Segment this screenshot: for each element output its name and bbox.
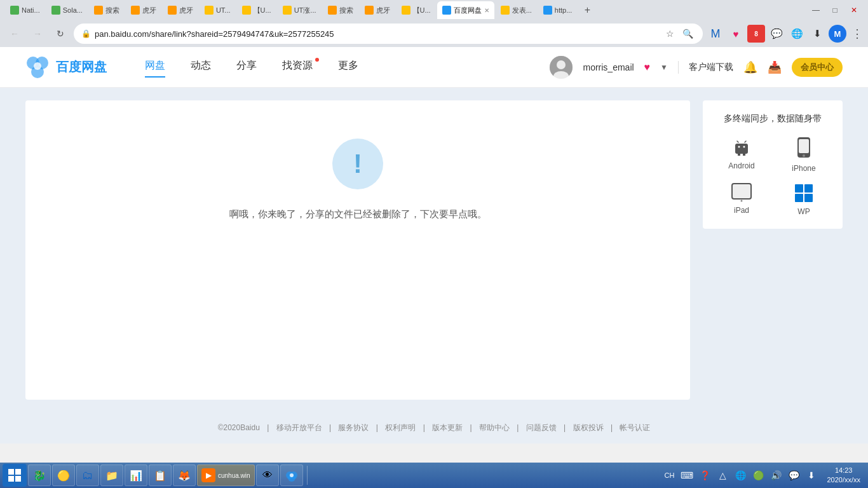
nav-dot	[315, 58, 319, 62]
tab-8[interactable]: UT涨...	[278, 1, 322, 19]
tab-14[interactable]: http...	[538, 1, 578, 19]
taskbar-app8[interactable]: ▶ cunhua.win	[197, 464, 255, 486]
tab-7[interactable]: 【U...	[237, 1, 276, 19]
windows-icon	[8, 468, 22, 482]
tab-7-label: 【U...	[254, 6, 271, 15]
star-icon[interactable]: ☆	[662, 26, 677, 41]
taskbar-app9[interactable]: 👁	[256, 464, 279, 486]
lock-icon: 🔒	[81, 29, 91, 38]
tab-6[interactable]: UT...	[200, 1, 236, 19]
taskbar-app3[interactable]: 🗂	[76, 464, 99, 486]
taskbar-app5[interactable]: 📊	[125, 464, 147, 486]
ipad-icon	[730, 183, 753, 202]
nav-item-gengduo[interactable]: 更多	[338, 59, 358, 75]
ext-icon-4[interactable]: 💬	[768, 25, 785, 43]
tray-volume[interactable]: 🔊	[768, 464, 783, 487]
footer-copyright-report[interactable]: 版权投诉	[573, 423, 604, 432]
footer-feedback[interactable]: 问题反馈	[526, 423, 557, 432]
tray-download[interactable]: ⬇	[804, 464, 819, 487]
user-avatar	[550, 56, 573, 79]
tray-arrow[interactable]: △	[715, 464, 730, 487]
user-icon[interactable]: M	[829, 25, 846, 43]
maximize-button[interactable]: □	[826, 4, 844, 17]
browser-menu-button[interactable]: ⋮	[851, 27, 863, 41]
tab-strip: Nati... Sola... 搜索 虎牙 虎牙 UT...	[5, 1, 807, 19]
device-android[interactable]: Android	[728, 137, 754, 173]
taskbar-app6[interactable]: 📋	[149, 464, 172, 486]
svg-point-3	[34, 62, 41, 70]
pan-footer: ©2020Baidu | 移动开放平台 | 服务协议 | 权利声明 | 版本更新…	[0, 412, 868, 444]
minimize-button[interactable]: —	[807, 4, 825, 17]
footer-service[interactable]: 服务协议	[338, 423, 369, 432]
tray-keyboard2[interactable]: ⌨	[679, 464, 695, 487]
ext-maxthon-icon[interactable]: M	[707, 25, 724, 43]
svg-point-19	[741, 200, 743, 202]
tray-keyboard[interactable]: CH	[661, 464, 677, 487]
address-input-wrap[interactable]: 🔒 pan.baidu.com/share/link?shareid=25794…	[74, 24, 703, 44]
search-icon[interactable]: 🔍	[680, 26, 695, 41]
nav-item-fenxiang[interactable]: 分享	[236, 59, 257, 75]
tab-13[interactable]: 发表...	[496, 1, 537, 19]
tab-3-label: 搜索	[105, 6, 119, 15]
heart-icon: ♥	[644, 62, 651, 73]
inbox-icon[interactable]: 📥	[768, 60, 782, 74]
system-clock: 14:232020/xx/xx	[822, 466, 865, 485]
tab-10[interactable]: 虎牙	[360, 1, 395, 19]
client-download-link[interactable]: 客户端下载	[689, 62, 733, 73]
taskbar-app1[interactable]: 🐉	[28, 464, 51, 486]
tab-11[interactable]: 【U...	[397, 1, 436, 19]
nav-item-wangpan[interactable]: 网盘	[145, 59, 165, 75]
ext-icon-5[interactable]: 🌐	[788, 25, 806, 43]
tab-12-favicon	[442, 6, 451, 15]
taskbar-baidu-cloud[interactable]	[280, 464, 303, 486]
browser-chrome: Nati... Sola... 搜索 虎牙 虎牙 UT...	[0, 0, 868, 47]
pan-logo[interactable]: 百度网盘	[25, 55, 107, 79]
tab-4[interactable]: 虎牙	[126, 1, 161, 19]
taskbar-app4[interactable]: 📁	[100, 464, 123, 486]
device-iphone[interactable]: iPhone	[792, 137, 815, 173]
nav-item-zhaoziyuan[interactable]: 找资源	[282, 59, 313, 75]
taskbar-tray: CH ⌨ ❓ △ 🌐 🟢 🔊 💬 ⬇ 14:232020/xx/xx	[661, 464, 865, 487]
window-controls: — □ ✕	[807, 4, 863, 17]
ext-icon-3[interactable]: 8	[747, 25, 765, 43]
back-button[interactable]: ←	[5, 24, 24, 43]
tab-8-label: UT涨...	[294, 6, 316, 15]
wp-icon	[794, 183, 814, 203]
reload-button[interactable]: ↻	[51, 24, 70, 43]
taskbar-app2[interactable]: 🟡	[52, 464, 75, 486]
forward-button[interactable]: →	[28, 24, 47, 43]
ext-icon-2[interactable]: ♥	[727, 25, 745, 43]
device-ipad[interactable]: iPad	[730, 183, 753, 216]
ext-icon-6[interactable]: ⬇	[808, 25, 826, 43]
tray-wechat[interactable]: 💬	[786, 464, 801, 487]
tray-help[interactable]: ❓	[697, 464, 712, 487]
tray-app1[interactable]: 🟢	[750, 464, 766, 487]
tab-12-active[interactable]: 百度网盘 ✕	[437, 1, 494, 19]
svg-point-10	[738, 146, 740, 148]
taskbar: 🐉 🟡 🗂 📁 📊 📋 🦊 ▶ cunhua.win 👁	[0, 463, 868, 488]
close-button[interactable]: ✕	[845, 4, 863, 17]
tab-2[interactable]: Sola...	[46, 1, 88, 19]
device-wp[interactable]: WP	[794, 183, 814, 216]
footer-version[interactable]: 版本更新	[432, 423, 463, 432]
user-dropdown-button[interactable]: ▼	[660, 63, 668, 72]
tab-5[interactable]: 虎牙	[163, 1, 198, 19]
android-icon	[731, 137, 752, 158]
bell-icon[interactable]: 🔔	[743, 60, 757, 74]
footer-account[interactable]: 帐号认证	[620, 423, 650, 432]
footer-rights[interactable]: 权利声明	[385, 423, 416, 432]
svg-point-31	[290, 473, 294, 477]
nav-item-dongtai[interactable]: 动态	[191, 59, 211, 75]
tab-9[interactable]: 搜索	[323, 1, 358, 19]
start-button[interactable]	[3, 464, 27, 487]
new-tab-button[interactable]: +	[578, 1, 596, 19]
tab-1[interactable]: Nati...	[5, 1, 45, 19]
tray-network[interactable]: 🌐	[733, 464, 748, 487]
side-panel: 多终端同步，数据随身带 Android	[703, 100, 843, 400]
footer-mobile[interactable]: 移动开放平台	[276, 423, 322, 432]
taskbar-app7[interactable]: 🦊	[173, 464, 196, 486]
tab-3[interactable]: 搜索	[89, 1, 125, 19]
tab-12-close[interactable]: ✕	[484, 7, 489, 14]
vip-button[interactable]: 会员中心	[792, 58, 843, 77]
footer-help[interactable]: 帮助中心	[479, 423, 510, 432]
